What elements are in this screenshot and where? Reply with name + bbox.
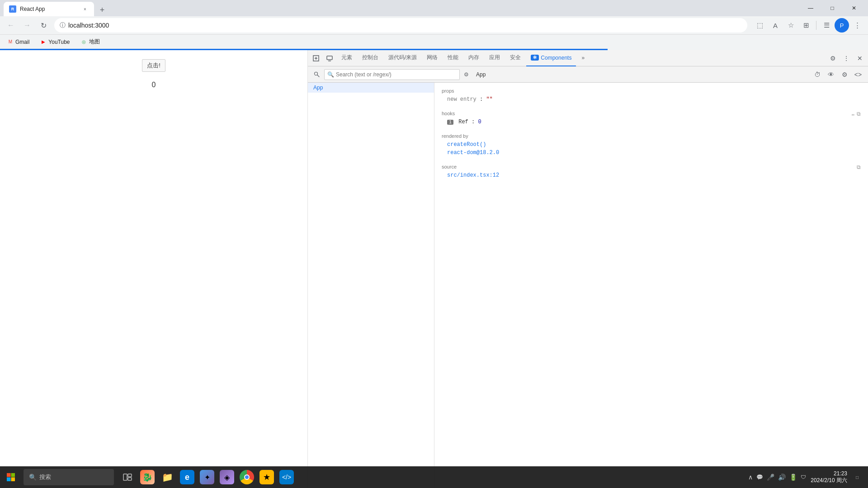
rendered-by-section: rendered by createRoot() react-dom@18.2.…: [442, 133, 861, 157]
tab-title: React App: [20, 6, 78, 12]
search-settings-icon[interactable]: ⚙: [462, 70, 471, 79]
content-area: 点击! 0 元素 控制台: [0, 50, 868, 488]
sidebar-icon[interactable]: ☰: [819, 18, 834, 33]
gmail-favicon-icon: M: [7, 39, 14, 45]
svg-point-3: [315, 72, 318, 75]
extension-icon[interactable]: ⊞: [799, 18, 813, 33]
hook-badge: 1: [447, 120, 453, 125]
devtools-more-button[interactable]: ⋮: [840, 52, 853, 65]
tab-application[interactable]: 应用: [485, 50, 505, 66]
profiler-clock-icon[interactable]: ⏱: [811, 68, 824, 81]
svg-rect-7: [11, 478, 15, 482]
click-button[interactable]: 点击!: [142, 59, 165, 72]
tray-battery-icon[interactable]: 🔋: [789, 474, 797, 481]
tab-close-button[interactable]: ×: [81, 5, 89, 13]
start-button[interactable]: [0, 466, 22, 488]
translate-icon[interactable]: A: [768, 18, 783, 33]
view-source-icon[interactable]: <>: [852, 68, 864, 81]
copy-source-icon[interactable]: ⧉: [857, 164, 861, 171]
address-bar[interactable]: ⓘ localhost:3000: [54, 18, 747, 33]
devtools-settings-button[interactable]: ⚙: [826, 52, 839, 65]
highlight-eye-icon[interactable]: 👁: [825, 68, 837, 81]
taskbar-search-icon: 🔍: [29, 474, 37, 481]
tab-components[interactable]: ⚛ Components: [526, 50, 576, 66]
bookmark-maps[interactable]: ◎ 地图: [77, 37, 104, 47]
tab-overflow[interactable]: »: [577, 50, 589, 66]
svg-rect-10: [128, 478, 132, 480]
app4-icon[interactable]: ✦: [197, 467, 217, 487]
source-link[interactable]: src/index.tsx:12: [447, 172, 499, 178]
task-view-button[interactable]: [118, 467, 137, 487]
tab-console[interactable]: 控制台: [358, 50, 383, 66]
refresh-button[interactable]: ↻: [36, 18, 51, 33]
folder-icon: 📁: [160, 470, 175, 484]
devtools-toolbar-right: ⚙ ⋮ ✕: [826, 52, 866, 65]
react-dom-link[interactable]: react-dom@18.2.0: [447, 150, 499, 156]
system-tray: ∧ 💬 🎤 🔊 🔋 🛡: [748, 474, 806, 481]
app7-icon[interactable]: ★: [257, 467, 277, 487]
bookmark-gmail-label: Gmail: [15, 39, 29, 45]
file-explorer-icon[interactable]: 📁: [157, 467, 177, 487]
system-clock[interactable]: 21:23 2024/2/10 周六: [807, 470, 851, 484]
bookmark-youtube[interactable]: ▶ YouTube: [37, 37, 73, 47]
svg-rect-4: [7, 473, 11, 477]
component-inspect-icon[interactable]: [311, 69, 322, 80]
new-tab-button[interactable]: +: [96, 4, 108, 16]
component-search-input[interactable]: [336, 71, 457, 78]
menu-icon[interactable]: ⋮: [850, 18, 864, 33]
copy-hook-icon[interactable]: ⧉: [857, 111, 861, 118]
counter-display: 0: [152, 81, 156, 89]
create-root-link[interactable]: createRoot(): [447, 141, 486, 148]
devtools-close-button[interactable]: ✕: [854, 52, 866, 65]
props-section: props new entry : "": [442, 88, 861, 103]
dragon-app-icon[interactable]: 🐉: [137, 467, 157, 487]
bookmarks-bar: M Gmail ▶ YouTube ◎ 地图: [0, 34, 868, 49]
devtools-panel: 元素 控制台 源代码/来源 网络 性能 内存 应用 安全 ⚛ Component…: [307, 50, 868, 488]
tab-elements[interactable]: 元素: [337, 50, 357, 66]
maximize-button[interactable]: □: [822, 1, 843, 15]
vscode-icon[interactable]: </>: [277, 467, 297, 487]
loading-progress: [0, 49, 608, 50]
back-button[interactable]: ←: [4, 18, 18, 33]
tab-memory[interactable]: 内存: [464, 50, 484, 66]
tray-volume-icon[interactable]: 🔊: [778, 474, 786, 481]
taskbar-search[interactable]: 🔍 搜索: [24, 469, 114, 485]
chrome-icon[interactable]: [237, 467, 257, 487]
tree-item-app[interactable]: App: [308, 83, 434, 93]
tab-security[interactable]: 安全: [505, 50, 525, 66]
clock-time: 21:23: [834, 470, 847, 477]
tray-mic-icon[interactable]: 🎤: [767, 474, 774, 481]
device-toggle-icon[interactable]: [323, 52, 336, 65]
divider: [816, 21, 816, 30]
edge-icon[interactable]: e: [177, 467, 197, 487]
minimize-button[interactable]: —: [800, 1, 821, 15]
svg-rect-1: [327, 56, 332, 60]
clock-date: 2024/2/10 周六: [811, 477, 847, 484]
edit-hook-icon[interactable]: ✏: [852, 111, 855, 118]
tab-performance[interactable]: 性能: [443, 50, 463, 66]
lock-icon: ⓘ: [60, 21, 66, 29]
tab-network[interactable]: 网络: [422, 50, 442, 66]
vscode-taskbar-icon: </>: [279, 470, 294, 484]
component-search-wrapper[interactable]: 🔍: [324, 69, 460, 80]
forward-button[interactable]: →: [20, 18, 34, 33]
active-tab[interactable]: R React App ×: [4, 2, 94, 16]
app5-icon[interactable]: ◈: [217, 467, 237, 487]
screenshot-icon[interactable]: ⬚: [753, 18, 767, 33]
tray-antivirus-icon[interactable]: 🛡: [801, 474, 806, 480]
notification-button[interactable]: □: [852, 467, 863, 487]
devtools-toolbar: 元素 控制台 源代码/来源 网络 性能 内存 应用 安全 ⚛ Component…: [308, 50, 868, 66]
svg-rect-5: [11, 473, 15, 477]
close-button[interactable]: ✕: [844, 1, 864, 15]
bookmark-gmail[interactable]: M Gmail: [4, 37, 33, 47]
component-settings-icon[interactable]: ⚙: [838, 68, 851, 81]
hooks-section: hooks ✏ ⧉ 1 Ref : 0: [442, 111, 861, 126]
source-label: source: [442, 164, 457, 169]
tab-sources[interactable]: 源代码/来源: [384, 50, 421, 66]
tray-wechat-icon[interactable]: 💬: [756, 474, 763, 480]
inspect-element-icon[interactable]: [310, 52, 322, 65]
tray-chevron-icon[interactable]: ∧: [748, 474, 753, 481]
bookmark-icon[interactable]: ☆: [783, 18, 798, 33]
react-app: 点击! 0: [0, 50, 307, 488]
profile-button[interactable]: P: [835, 18, 849, 33]
